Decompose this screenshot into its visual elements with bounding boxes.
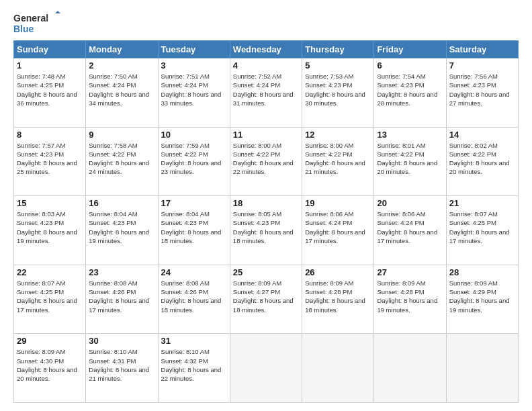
- day-number: 27: [377, 267, 443, 277]
- day-info: Sunrise: 7:58 AMSunset: 4:22 PMDaylight:…: [89, 141, 154, 177]
- day-info: Sunrise: 7:53 AMSunset: 4:23 PMDaylight:…: [305, 72, 371, 107]
- day-info: Sunrise: 7:57 AMSunset: 4:23 PMDaylight:…: [17, 141, 83, 177]
- table-row: 15 Sunrise: 8:03 AMSunset: 4:23 PMDaylig…: [14, 196, 86, 265]
- day-number: 19: [305, 198, 371, 208]
- table-row: 19 Sunrise: 8:06 AMSunset: 4:24 PMDaylig…: [302, 196, 374, 265]
- table-row: 24 Sunrise: 8:08 AMSunset: 4:26 PMDaylig…: [158, 265, 230, 334]
- logo: General Blue: [13, 11, 60, 35]
- table-row: [302, 334, 374, 403]
- day-number: 7: [449, 60, 515, 71]
- day-info: Sunrise: 8:07 AMSunset: 4:25 PMDaylight:…: [449, 210, 515, 245]
- day-info: Sunrise: 8:04 AMSunset: 4:23 PMDaylight:…: [89, 210, 154, 245]
- day-info: Sunrise: 7:48 AMSunset: 4:25 PMDaylight:…: [17, 72, 83, 107]
- day-info: Sunrise: 8:01 AMSunset: 4:22 PMDaylight:…: [377, 141, 443, 177]
- day-number: 24: [161, 267, 227, 277]
- day-number: 3: [161, 60, 227, 71]
- table-row: 5 Sunrise: 7:53 AMSunset: 4:23 PMDayligh…: [302, 58, 374, 128]
- day-info: Sunrise: 8:00 AMSunset: 4:22 PMDaylight:…: [233, 141, 299, 177]
- day-number: 16: [89, 198, 154, 208]
- day-number: 15: [17, 198, 83, 208]
- table-row: [230, 334, 302, 403]
- day-info: Sunrise: 8:09 AMSunset: 4:29 PMDaylight:…: [449, 279, 515, 314]
- day-info: Sunrise: 7:52 AMSunset: 4:24 PMDaylight:…: [233, 72, 299, 107]
- day-number: 20: [377, 198, 443, 208]
- day-info: Sunrise: 8:00 AMSunset: 4:22 PMDaylight:…: [305, 141, 371, 177]
- day-number: 4: [233, 60, 299, 71]
- day-info: Sunrise: 8:06 AMSunset: 4:24 PMDaylight:…: [377, 210, 443, 245]
- table-row: 12 Sunrise: 8:00 AMSunset: 4:22 PMDaylig…: [302, 127, 374, 196]
- header: General Blue: [13, 11, 519, 35]
- table-row: 22 Sunrise: 8:07 AMSunset: 4:25 PMDaylig…: [14, 265, 86, 334]
- calendar-table: SundayMondayTuesdayWednesdayThursdayFrid…: [13, 40, 519, 403]
- table-row: 28 Sunrise: 8:09 AMSunset: 4:29 PMDaylig…: [446, 265, 518, 334]
- day-number: 2: [89, 60, 154, 71]
- table-row: 27 Sunrise: 8:09 AMSunset: 4:28 PMDaylig…: [374, 265, 446, 334]
- table-row: 23 Sunrise: 8:08 AMSunset: 4:26 PMDaylig…: [86, 265, 158, 334]
- table-row: 14 Sunrise: 8:02 AMSunset: 4:22 PMDaylig…: [446, 127, 518, 196]
- table-row: 11 Sunrise: 8:00 AMSunset: 4:22 PMDaylig…: [230, 127, 302, 196]
- day-info: Sunrise: 7:51 AMSunset: 4:24 PMDaylight:…: [161, 72, 227, 107]
- col-header-monday: Monday: [86, 41, 158, 58]
- day-info: Sunrise: 8:04 AMSunset: 4:23 PMDaylight:…: [161, 210, 227, 245]
- table-row: 7 Sunrise: 7:56 AMSunset: 4:23 PMDayligh…: [446, 58, 518, 128]
- col-header-saturday: Saturday: [446, 41, 518, 58]
- day-info: Sunrise: 7:59 AMSunset: 4:22 PMDaylight:…: [161, 141, 227, 177]
- table-row: 9 Sunrise: 7:58 AMSunset: 4:22 PMDayligh…: [86, 127, 158, 196]
- day-number: 30: [89, 336, 154, 346]
- table-row: 13 Sunrise: 8:01 AMSunset: 4:22 PMDaylig…: [374, 127, 446, 196]
- day-number: 1: [17, 60, 83, 71]
- col-header-tuesday: Tuesday: [158, 41, 230, 58]
- day-number: 28: [449, 267, 515, 277]
- table-row: 17 Sunrise: 8:04 AMSunset: 4:23 PMDaylig…: [158, 196, 230, 265]
- day-info: Sunrise: 7:50 AMSunset: 4:24 PMDaylight:…: [89, 72, 154, 107]
- table-row: 16 Sunrise: 8:04 AMSunset: 4:23 PMDaylig…: [86, 196, 158, 265]
- logo-svg: General Blue: [13, 11, 60, 35]
- table-row: 18 Sunrise: 8:05 AMSunset: 4:23 PMDaylig…: [230, 196, 302, 265]
- table-row: 10 Sunrise: 7:59 AMSunset: 4:22 PMDaylig…: [158, 127, 230, 196]
- day-number: 25: [233, 267, 299, 277]
- day-number: 18: [233, 198, 299, 208]
- col-header-wednesday: Wednesday: [230, 41, 302, 58]
- col-header-thursday: Thursday: [302, 41, 374, 58]
- table-row: 1 Sunrise: 7:48 AMSunset: 4:25 PMDayligh…: [14, 58, 86, 128]
- table-row: [446, 334, 518, 403]
- day-info: Sunrise: 7:54 AMSunset: 4:23 PMDaylight:…: [377, 72, 443, 107]
- day-info: Sunrise: 8:07 AMSunset: 4:25 PMDaylight:…: [17, 279, 83, 314]
- day-number: 23: [89, 267, 154, 277]
- day-info: Sunrise: 8:10 AMSunset: 4:32 PMDaylight:…: [161, 347, 227, 383]
- day-number: 29: [17, 336, 83, 346]
- col-header-sunday: Sunday: [14, 41, 86, 58]
- day-number: 14: [449, 130, 515, 140]
- table-row: 31 Sunrise: 8:10 AMSunset: 4:32 PMDaylig…: [158, 334, 230, 403]
- day-number: 12: [305, 130, 371, 140]
- table-row: 3 Sunrise: 7:51 AMSunset: 4:24 PMDayligh…: [158, 58, 230, 128]
- day-number: 8: [17, 130, 83, 140]
- day-info: Sunrise: 8:08 AMSunset: 4:26 PMDaylight:…: [161, 279, 227, 314]
- svg-text:Blue: Blue: [13, 24, 34, 34]
- day-number: 6: [377, 60, 443, 71]
- day-info: Sunrise: 8:05 AMSunset: 4:23 PMDaylight:…: [233, 210, 299, 245]
- svg-marker-2: [55, 11, 60, 13]
- col-header-friday: Friday: [374, 41, 446, 58]
- day-info: Sunrise: 7:56 AMSunset: 4:23 PMDaylight:…: [449, 72, 515, 107]
- day-info: Sunrise: 8:08 AMSunset: 4:26 PMDaylight:…: [89, 279, 154, 314]
- day-info: Sunrise: 8:03 AMSunset: 4:23 PMDaylight:…: [17, 210, 83, 245]
- table-row: 20 Sunrise: 8:06 AMSunset: 4:24 PMDaylig…: [374, 196, 446, 265]
- table-row: [374, 334, 446, 403]
- day-number: 26: [305, 267, 371, 277]
- day-number: 10: [161, 130, 227, 140]
- table-row: 29 Sunrise: 8:09 AMSunset: 4:30 PMDaylig…: [14, 334, 86, 403]
- day-number: 13: [377, 130, 443, 140]
- day-number: 21: [449, 198, 515, 208]
- day-number: 22: [17, 267, 83, 277]
- day-number: 11: [233, 130, 299, 140]
- table-row: 25 Sunrise: 8:09 AMSunset: 4:27 PMDaylig…: [230, 265, 302, 334]
- day-number: 31: [161, 336, 227, 346]
- day-info: Sunrise: 8:09 AMSunset: 4:30 PMDaylight:…: [17, 347, 83, 383]
- svg-text:General: General: [13, 13, 48, 24]
- table-row: 21 Sunrise: 8:07 AMSunset: 4:25 PMDaylig…: [446, 196, 518, 265]
- day-number: 5: [305, 60, 371, 71]
- day-number: 9: [89, 130, 154, 140]
- day-info: Sunrise: 8:06 AMSunset: 4:24 PMDaylight:…: [305, 210, 371, 245]
- table-row: 4 Sunrise: 7:52 AMSunset: 4:24 PMDayligh…: [230, 58, 302, 128]
